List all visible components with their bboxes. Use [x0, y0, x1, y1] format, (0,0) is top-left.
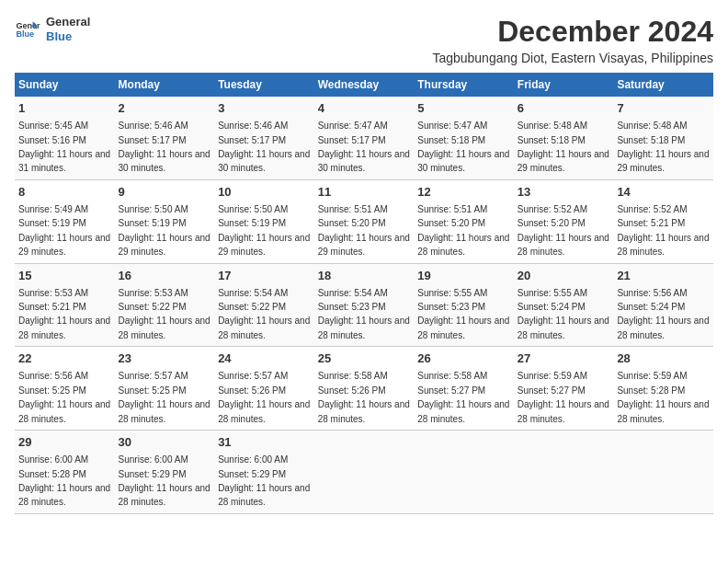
list-item: 18 Sunrise: 5:54 AMSunset: 5:23 PMDaylig…	[314, 263, 415, 347]
list-item: 21 Sunrise: 5:56 AMSunset: 5:24 PMDaylig…	[613, 263, 713, 347]
list-item: 16 Sunrise: 5:53 AMSunset: 5:22 PMDaylig…	[115, 263, 215, 347]
list-item: 28 Sunrise: 5:59 AMSunset: 5:28 PMDaylig…	[613, 347, 713, 431]
col-tuesday: Tuesday	[214, 73, 314, 97]
table-row: 22 Sunrise: 5:56 AMSunset: 5:25 PMDaylig…	[15, 347, 713, 431]
col-saturday: Saturday	[613, 73, 713, 97]
list-item: 9 Sunrise: 5:50 AMSunset: 5:19 PMDayligh…	[115, 179, 215, 263]
list-item: 27 Sunrise: 5:59 AMSunset: 5:27 PMDaylig…	[514, 347, 614, 431]
list-item: 8 Sunrise: 5:49 AMSunset: 5:19 PMDayligh…	[15, 179, 115, 263]
empty-cell	[414, 431, 514, 514]
col-thursday: Thursday	[414, 73, 514, 97]
list-item: 29 Sunrise: 6:00 AMSunset: 5:28 PMDaylig…	[15, 431, 115, 514]
page-header: General Blue General Blue December 2024 …	[15, 15, 713, 65]
list-item: 26 Sunrise: 5:58 AMSunset: 5:27 PMDaylig…	[414, 347, 514, 431]
list-item: 22 Sunrise: 5:56 AMSunset: 5:25 PMDaylig…	[15, 347, 115, 431]
list-item: 11 Sunrise: 5:51 AMSunset: 5:20 PMDaylig…	[314, 179, 415, 263]
col-sunday: Sunday	[15, 73, 115, 97]
col-wednesday: Wednesday	[314, 73, 415, 97]
list-item: 23 Sunrise: 5:57 AMSunset: 5:25 PMDaylig…	[115, 347, 215, 431]
title-block: December 2024 Tagbubungang Diot, Eastern…	[432, 15, 713, 65]
table-row: 1 Sunrise: 5:45 AMSunset: 5:16 PMDayligh…	[15, 97, 713, 179]
col-monday: Monday	[115, 73, 215, 97]
list-item: 14 Sunrise: 5:52 AMSunset: 5:21 PMDaylig…	[613, 179, 713, 263]
list-item: 5 Sunrise: 5:47 AMSunset: 5:18 PMDayligh…	[414, 97, 514, 179]
list-item: 2 Sunrise: 5:46 AMSunset: 5:17 PMDayligh…	[115, 97, 215, 179]
calendar-header-row: Sunday Monday Tuesday Wednesday Thursday…	[15, 73, 713, 97]
logo: General Blue General Blue	[15, 15, 90, 43]
logo-general: General	[46, 15, 90, 29]
list-item: 17 Sunrise: 5:54 AMSunset: 5:22 PMDaylig…	[214, 263, 314, 347]
list-item: 30 Sunrise: 6:00 AMSunset: 5:29 PMDaylig…	[115, 431, 215, 514]
list-item: 20 Sunrise: 5:55 AMSunset: 5:24 PMDaylig…	[514, 263, 614, 347]
logo-blue: Blue	[46, 29, 90, 44]
list-item: 15 Sunrise: 5:53 AMSunset: 5:21 PMDaylig…	[15, 263, 115, 347]
list-item: 3 Sunrise: 5:46 AMSunset: 5:17 PMDayligh…	[214, 97, 314, 179]
page-title: December 2024	[432, 15, 713, 49]
col-friday: Friday	[514, 73, 614, 97]
empty-cell	[514, 431, 614, 514]
list-item: 1 Sunrise: 5:45 AMSunset: 5:16 PMDayligh…	[15, 97, 115, 179]
logo-icon: General Blue	[15, 17, 40, 42]
calendar-table: Sunday Monday Tuesday Wednesday Thursday…	[15, 73, 713, 514]
table-row: 8 Sunrise: 5:49 AMSunset: 5:19 PMDayligh…	[15, 179, 713, 263]
empty-cell	[314, 431, 415, 514]
list-item: 13 Sunrise: 5:52 AMSunset: 5:20 PMDaylig…	[514, 179, 614, 263]
list-item: 31 Sunrise: 6:00 AMSunset: 5:29 PMDaylig…	[214, 431, 314, 514]
table-row: 29 Sunrise: 6:00 AMSunset: 5:28 PMDaylig…	[15, 431, 713, 514]
page-subtitle: Tagbubungang Diot, Eastern Visayas, Phil…	[432, 51, 713, 65]
list-item: 12 Sunrise: 5:51 AMSunset: 5:20 PMDaylig…	[414, 179, 514, 263]
list-item: 19 Sunrise: 5:55 AMSunset: 5:23 PMDaylig…	[414, 263, 514, 347]
table-row: 15 Sunrise: 5:53 AMSunset: 5:21 PMDaylig…	[15, 263, 713, 347]
list-item: 4 Sunrise: 5:47 AMSunset: 5:17 PMDayligh…	[314, 97, 415, 179]
list-item: 6 Sunrise: 5:48 AMSunset: 5:18 PMDayligh…	[514, 97, 614, 179]
list-item: 24 Sunrise: 5:57 AMSunset: 5:26 PMDaylig…	[214, 347, 314, 431]
svg-text:Blue: Blue	[16, 29, 34, 39]
svg-text:General: General	[16, 20, 40, 29]
list-item: 7 Sunrise: 5:48 AMSunset: 5:18 PMDayligh…	[613, 97, 713, 179]
list-item: 25 Sunrise: 5:58 AMSunset: 5:26 PMDaylig…	[314, 347, 415, 431]
empty-cell	[613, 431, 713, 514]
list-item: 10 Sunrise: 5:50 AMSunset: 5:19 PMDaylig…	[214, 179, 314, 263]
